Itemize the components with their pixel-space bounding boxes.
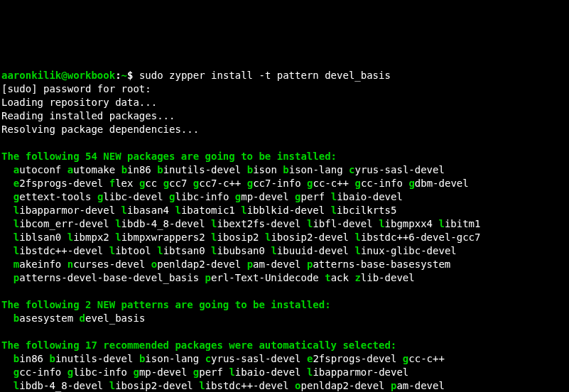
pkg-initial: g	[295, 191, 300, 202]
pkg-rest: yrus-sasl-devel	[211, 353, 300, 364]
pkg-rest: asesystem	[19, 312, 73, 324]
pkg-rest: iblsan0	[19, 232, 61, 243]
pkg-rest: ibstdc++-devel	[205, 380, 289, 391]
pkg-rest: atterns-base-basesystem	[313, 258, 450, 270]
pkg-initial: g	[354, 178, 360, 189]
pkg-initial: b	[49, 353, 55, 364]
section-header-patterns: The following 2 NEW patterns are going t…	[1, 299, 331, 310]
pkg-initial: l	[331, 205, 337, 216]
pkg-rest: ibapparmor-devel	[313, 366, 408, 378]
pkg-rest: 2fsprogs-devel	[19, 178, 103, 189]
terminal-output: aaronkilik@workbook:~$ sudo zypper insta…	[0, 67, 569, 392]
pkg-rest: ibmpx2	[73, 232, 109, 243]
pkg-initial: l	[211, 232, 217, 243]
pkg-rest: ibdb-4_8-devel	[19, 380, 103, 391]
pkg-rest: ibstdc++-devel	[19, 245, 103, 256]
pkg-rest: cc-c++	[408, 353, 445, 364]
pkg-initial: l	[438, 218, 444, 229]
package-list: autoconf automake bin86 binutils-devel b…	[1, 164, 480, 283]
loading-line: Loading repository data...	[1, 97, 157, 108]
loading-line: Resolving package dependencies...	[1, 124, 199, 135]
pkg-rest: erl-Text-Unidecode	[211, 272, 319, 283]
pkg-rest: ibfl-devel	[313, 218, 372, 229]
pkg-initial: l	[271, 245, 276, 256]
pkg-rest: ibdb-4_8-devel	[121, 218, 205, 229]
pkg-initial: g	[193, 178, 199, 189]
pkg-initial: l	[331, 191, 337, 202]
pattern-list: basesystem devel_basis	[1, 312, 145, 324]
pkg-initial: b	[121, 164, 127, 175]
pkg-rest: utoconf	[19, 164, 61, 175]
pkg-rest: evel_basis	[85, 312, 145, 324]
pkg-rest: ibatomic1	[181, 205, 235, 216]
pkg-rest: atterns-devel-base-devel_basis	[19, 272, 199, 283]
pkg-initial: g	[193, 366, 199, 378]
pkg-initial: l	[109, 380, 115, 391]
pkg-rest: dbm-devel	[415, 178, 469, 189]
pkg-initial: t	[325, 272, 330, 283]
pkg-rest: ibapparmor-devel	[19, 205, 115, 216]
pkg-rest: ibitm1	[445, 218, 481, 229]
pkg-rest: penldap2-devel	[301, 380, 385, 391]
pkg-rest: 2fsprogs-devel	[313, 353, 396, 364]
pkg-rest: am-devel	[396, 380, 444, 391]
pkg-initial: g	[169, 191, 175, 202]
pkg-rest: ack	[331, 272, 349, 283]
pkg-initial: l	[109, 245, 115, 256]
pkg-rest: akeinfo	[19, 258, 61, 270]
pkg-rest: inutils-devel	[55, 353, 134, 364]
pkg-rest: ibosip2-devel	[115, 380, 193, 391]
pkg-initial: b	[157, 164, 163, 175]
pkg-initial: g	[67, 366, 73, 378]
prompt-path: ~	[121, 70, 127, 81]
prompt-user: aaronkilik@workbook	[1, 70, 115, 81]
pkg-rest: inutils-devel	[163, 164, 242, 175]
pkg-rest: mp-devel	[241, 191, 288, 202]
pkg-rest: ibosip2	[217, 232, 259, 243]
pkg-rest: in86	[127, 164, 151, 175]
pkg-initial: c	[205, 353, 211, 364]
pkg-initial: l	[211, 218, 217, 229]
pkg-rest: ibext2fs-devel	[217, 218, 301, 229]
pkg-rest: penldap2-devel	[157, 258, 241, 270]
pkg-initial: p	[247, 258, 253, 270]
pkg-rest: ettext-tools	[19, 191, 91, 202]
pkg-rest: libc-devel	[103, 191, 163, 202]
pkg-rest: libc-info	[73, 366, 127, 378]
pkg-rest: curses-devel	[73, 258, 145, 270]
pkg-initial: b	[247, 164, 253, 175]
pkg-rest: am-devel	[253, 258, 300, 270]
pkg-rest: ibgmpxx4	[385, 218, 433, 229]
pkg-initial: l	[211, 245, 217, 256]
pkg-initial: g	[247, 178, 253, 189]
pkg-rest: cc-info	[361, 178, 403, 189]
pkg-rest: cc-info	[19, 366, 61, 378]
pkg-rest: perf	[199, 366, 223, 378]
pkg-rest: mp-devel	[139, 366, 187, 378]
pkg-initial: l	[229, 366, 234, 378]
sudo-prompt: [sudo] password for root:	[1, 83, 157, 94]
pkg-rest: ibaio-devel	[337, 191, 403, 202]
pkg-initial: l	[157, 245, 163, 256]
pkg-initial: o	[295, 380, 300, 391]
pkg-initial: l	[354, 245, 360, 256]
pkg-rest: ibosip2-devel	[271, 232, 349, 243]
pkg-rest: cc7-info	[253, 178, 300, 189]
pkg-initial: l	[67, 232, 73, 243]
pkg-initial: b	[283, 164, 288, 175]
pkg-rest: ibcilkrts5	[337, 205, 396, 216]
pkg-initial: l	[175, 205, 180, 216]
pkg-rest: inux-glibc-devel	[361, 245, 457, 256]
pkg-initial: l	[241, 205, 246, 216]
recommended-list: bin86 binutils-devel bison-lang cyrus-sa…	[1, 353, 445, 391]
pkg-initial: g	[133, 366, 139, 378]
pkg-rest: cc-c++	[313, 178, 349, 189]
pkg-initial: p	[205, 272, 211, 283]
section-header-packages: The following 54 NEW packages are going …	[1, 151, 337, 162]
pkg-rest: ibasan4	[127, 205, 169, 216]
pkg-rest: ison	[253, 164, 277, 175]
pkg-initial: a	[67, 164, 73, 175]
pkg-initial: l	[115, 218, 121, 229]
pkg-initial: g	[408, 178, 414, 189]
pkg-initial: l	[379, 218, 384, 229]
